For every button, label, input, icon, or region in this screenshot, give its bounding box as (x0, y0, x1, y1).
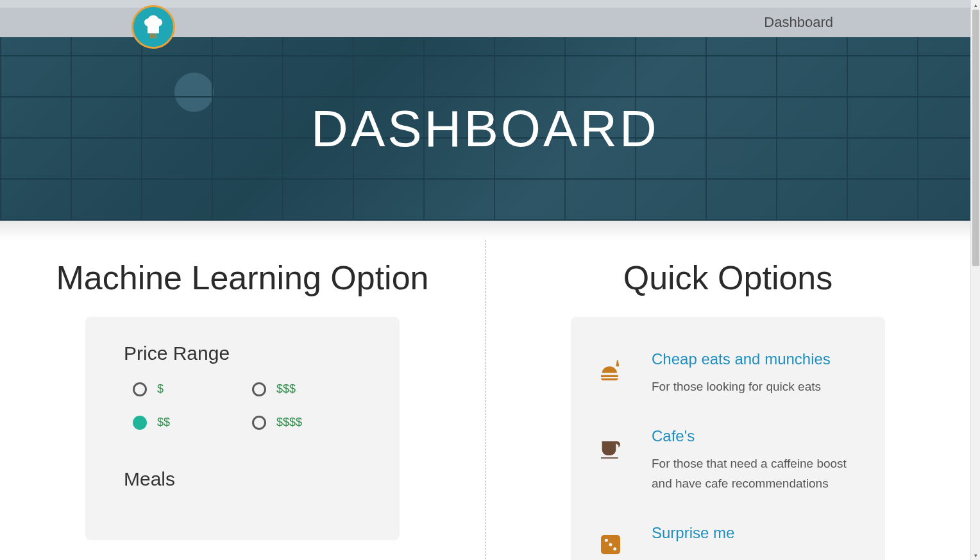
quick-option-title: Surprise me (652, 524, 734, 542)
quick-option-title: Cheap eats and munchies (652, 350, 831, 368)
scroll-thumb[interactable] (972, 10, 979, 266)
svg-point-6 (613, 547, 616, 550)
quick-option-cafes[interactable]: Cafe's For those that need a caffeine bo… (593, 412, 863, 509)
ml-section-title: Machine Learning Option (19, 259, 466, 298)
quick-option-title: Cafe's (652, 427, 861, 445)
price-radio-2[interactable] (133, 416, 147, 430)
price-label-2: $$ (157, 416, 242, 429)
quick-option-desc: For those looking for quick eats (652, 377, 831, 396)
ml-option-card: Price Range $ $$$ $$ $$$$ Meals (85, 317, 400, 540)
hero-shadow (0, 221, 970, 240)
svg-rect-1 (150, 33, 151, 38)
svg-rect-2 (153, 33, 154, 38)
hero-banner: DASHBOARD (0, 37, 970, 221)
quick-section-title: Quick Options (505, 259, 951, 298)
price-label-4: $$$$ (276, 416, 361, 429)
svg-rect-0 (148, 31, 159, 33)
quick-option-cheap-eats[interactable]: Cheap eats and munchies For those lookin… (593, 335, 863, 412)
quick-option-surprise[interactable]: Surprise me (593, 509, 863, 557)
price-radio-4[interactable] (252, 416, 266, 430)
price-label-1: $ (157, 382, 242, 396)
quick-options-card: Cheap eats and munchies For those lookin… (571, 317, 885, 560)
meals-heading: Meals (124, 468, 361, 490)
dice-icon (595, 532, 626, 557)
price-range-radio-group: $ $$$ $$ $$$$ (124, 382, 361, 430)
page-title: DASHBOARD (311, 99, 659, 158)
fastfood-icon (595, 358, 626, 384)
quick-option-desc: For those that need a caffeine boost and… (652, 454, 861, 493)
scroll-down-button[interactable]: ▾ (971, 550, 980, 560)
price-label-3: $$$ (276, 382, 361, 396)
vertical-scrollbar[interactable]: ▴ ▾ (970, 0, 980, 560)
app-logo[interactable] (131, 5, 175, 49)
price-radio-1[interactable] (133, 382, 147, 396)
svg-point-7 (609, 543, 612, 546)
quick-options-column: Quick Options Cheap eats and munchies Fo… (486, 240, 970, 560)
ml-option-column: Machine Learning Option Price Range $ $$… (0, 240, 486, 560)
price-radio-3[interactable] (252, 382, 266, 396)
navbar: Dashboard (0, 0, 970, 37)
svg-point-5 (605, 539, 608, 542)
chef-hat-icon (138, 12, 169, 42)
scroll-up-button[interactable]: ▴ (971, 0, 980, 10)
coffee-icon (595, 435, 626, 461)
nav-link-dashboard[interactable]: Dashboard (764, 14, 949, 31)
price-range-heading: Price Range (124, 343, 361, 364)
svg-rect-3 (155, 33, 156, 38)
